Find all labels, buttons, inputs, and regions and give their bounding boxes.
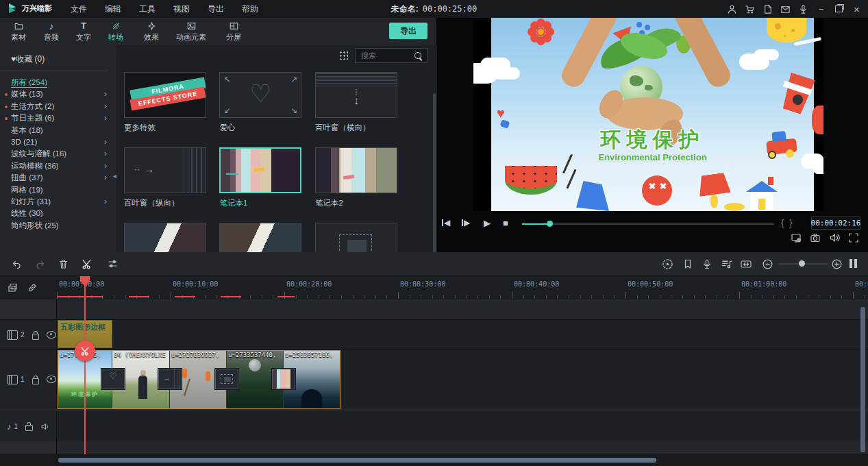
speaker-icon[interactable]: [40, 422, 50, 431]
restore-button[interactable]: [833, 3, 845, 15]
lock-icon[interactable]: [32, 378, 39, 384]
grid-scrollbar[interactable]: [433, 93, 436, 252]
menu-tools[interactable]: 工具: [130, 3, 164, 15]
cut-scissors-badge[interactable]: [75, 341, 95, 361]
timeline-transition-notebook[interactable]: [272, 369, 295, 389]
notebook2-thumbnail: [315, 147, 397, 193]
zoom-out-icon[interactable]: [762, 258, 773, 270]
seek-handle[interactable]: [547, 221, 553, 227]
fullscreen-icon[interactable]: [848, 232, 859, 243]
close-button[interactable]: ×: [851, 3, 863, 15]
category-basic[interactable]: 基本 (18): [0, 125, 116, 136]
zoom-slider-handle[interactable]: [799, 260, 805, 267]
category-simple-shapes[interactable]: 简约形状 (25): [0, 220, 116, 232]
transition-item-more-effects[interactable]: FILMORA EFFECTS STORE 更多特效: [124, 72, 206, 133]
transition-item-notebook1[interactable]: 笔记本1: [219, 147, 301, 208]
favorites-item[interactable]: ♥收藏 (0): [0, 45, 108, 71]
play-button[interactable]: ▶: [484, 218, 491, 228]
effects-store-thumbnail: FILMORA EFFECTS STORE: [124, 72, 206, 118]
next-frame-button[interactable]: ▶: [462, 218, 470, 228]
stop-button[interactable]: ■: [503, 218, 508, 228]
adjust-sliders-icon[interactable]: [107, 258, 119, 269]
video-preview: 环境保护 Environmental Protection ♥: [473, 18, 823, 211]
undo-icon[interactable]: [11, 258, 23, 269]
eye-icon[interactable]: [47, 331, 56, 339]
tab-elements[interactable]: 动画元素: [169, 21, 214, 44]
delete-icon[interactable]: [58, 258, 69, 269]
audio-mixer-icon[interactable]: [721, 258, 732, 270]
menu-export[interactable]: 导出: [199, 3, 233, 15]
chevron-right-icon: ›: [104, 101, 107, 112]
split-scissors-icon[interactable]: [81, 258, 93, 270]
mic-icon[interactable]: [797, 3, 809, 15]
menu-edit[interactable]: 编辑: [96, 3, 130, 15]
timeline-ruler[interactable]: 00:00:00:00 00:00:10:00 00:00:20:00 00:0…: [0, 276, 868, 300]
category-ripple-dissolve[interactable]: 波纹与溶解 (16)›: [0, 148, 116, 160]
timeline-transition-blinds[interactable]: →: [158, 369, 182, 389]
sidebar-collapse-icon[interactable]: ◄: [112, 173, 116, 180]
category-lifestyle[interactable]: 生活方式 (2)›: [0, 101, 116, 112]
lock-icon[interactable]: [32, 334, 39, 340]
timeline-transition-heart[interactable]: ♡: [101, 369, 125, 389]
store-cart-icon[interactable]: [744, 3, 756, 15]
voiceover-mic-icon[interactable]: [702, 258, 712, 270]
transition-item-row3-c[interactable]: [315, 223, 397, 252]
category-linear[interactable]: 线性 (30): [0, 208, 116, 219]
chevron-right-icon: ›: [104, 88, 107, 100]
redo-icon[interactable]: [34, 258, 46, 269]
transition-item-row3-b[interactable]: [219, 223, 301, 252]
menu-help[interactable]: 帮助: [233, 3, 267, 15]
transition-item-heart[interactable]: ↖ ↗ ↙ ↘ ♡ 爱心: [219, 72, 301, 133]
category-media[interactable]: 媒体 (13)›: [0, 88, 116, 100]
menu-view[interactable]: 视图: [164, 3, 199, 15]
zoom-in-icon[interactable]: [831, 258, 843, 270]
tab-transitions[interactable]: 转场: [100, 21, 132, 44]
category-3d[interactable]: 3D (21)›: [0, 136, 116, 148]
tab-effects[interactable]: 效果: [136, 21, 167, 44]
account-icon[interactable]: [726, 3, 738, 15]
menu-file[interactable]: 文件: [62, 3, 96, 15]
minimize-button[interactable]: −: [815, 3, 827, 15]
playhead-handle[interactable]: [80, 276, 90, 282]
preview-panel: 环境保护 Environmental Protection ♥: [437, 18, 868, 252]
playhead-line[interactable]: [84, 276, 86, 454]
search-input[interactable]: [356, 51, 414, 60]
seek-bar[interactable]: [522, 223, 774, 225]
tab-text[interactable]: T 文字: [69, 21, 99, 44]
link-icon[interactable]: [27, 282, 38, 293]
volume-icon[interactable]: [829, 232, 840, 243]
timeline-zoom-slider[interactable]: [778, 263, 828, 265]
render-preview-icon[interactable]: [662, 258, 673, 270]
add-track-icon[interactable]: [7, 282, 18, 293]
tab-audio[interactable]: ♪ 音频: [36, 21, 67, 44]
grid-view-icon[interactable]: [339, 51, 348, 60]
category-grid[interactable]: 网格 (19): [0, 184, 116, 196]
mark-in-out[interactable]: {}: [781, 217, 793, 228]
license-file-icon[interactable]: [762, 3, 773, 15]
category-warp[interactable]: 扭曲 (37)›: [0, 172, 116, 184]
transition-item-blinds-vertical[interactable]: ·· → 百叶窗（纵向）: [124, 147, 206, 208]
previous-frame-button[interactable]: ◀: [442, 218, 450, 228]
timeline-horizontal-scrollbar[interactable]: [58, 458, 656, 463]
timeline-vertical-scrollbar[interactable]: [860, 307, 865, 452]
lock-icon[interactable]: [25, 425, 33, 431]
tab-media[interactable]: 素材: [4, 21, 33, 44]
snapshot-camera-icon[interactable]: [810, 232, 821, 243]
transition-item-row3-a[interactable]: [124, 223, 206, 252]
tab-splitscreen[interactable]: 分屏: [218, 21, 249, 44]
category-holiday[interactable]: 节日主题 (6)›: [0, 112, 116, 124]
eye-icon[interactable]: [47, 376, 56, 383]
mail-icon[interactable]: [780, 3, 791, 15]
category-all[interactable]: 所有 (254): [0, 77, 116, 88]
fit-timeline-icon[interactable]: [740, 258, 752, 270]
display-settings-icon[interactable]: [791, 232, 802, 243]
timeline-transition-shape[interactable]: [215, 369, 238, 389]
category-slideshow[interactable]: 幻灯片 (31)›: [0, 196, 116, 208]
transition-item-notebook2[interactable]: 笔记本2: [315, 147, 397, 208]
category-motion-blur[interactable]: 运动模糊 (36)›: [0, 160, 116, 172]
marker-icon[interactable]: [682, 258, 693, 270]
transition-item-blinds-horizontal[interactable]: ⋮ ↓ 百叶窗（横向）: [315, 72, 397, 133]
export-button[interactable]: 导出: [389, 23, 427, 39]
timeline-toolbar: [0, 252, 868, 276]
track-view-toggle-icon[interactable]: [850, 259, 857, 268]
